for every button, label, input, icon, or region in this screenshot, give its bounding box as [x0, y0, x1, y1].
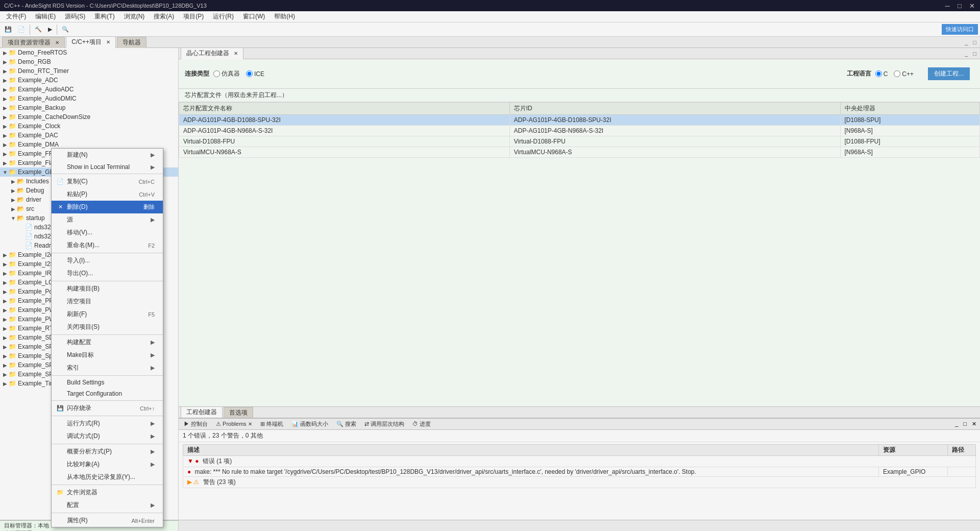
tab-cpp-close[interactable]: ✕: [106, 39, 110, 45]
maximize-button[interactable]: □: [955, 2, 964, 10]
tab-project-explorer-close[interactable]: ✕: [55, 40, 59, 45]
tree-item-demo-rtc[interactable]: ▶ 📁 Demo_RTC_Timer: [0, 66, 178, 76]
tab-preferences[interactable]: 首选项: [224, 407, 253, 418]
tree-item-example-cachedown[interactable]: ▶ 📁 Example_CacheDownSize: [0, 112, 178, 122]
toolbar-search[interactable]: 🔍: [59, 25, 71, 34]
tree-item-demo-rgb[interactable]: ▶ 📁 Demo_RGB: [0, 57, 178, 66]
cpp-radio-input[interactable]: [894, 70, 900, 77]
btn-search[interactable]: 🔍 搜索: [333, 420, 359, 428]
ctx-copy[interactable]: 📄 复制(C) Ctrl+C: [52, 175, 163, 188]
chip-panel-minimize-icon[interactable]: _: [963, 50, 969, 57]
menu-run[interactable]: 运行(R): [209, 11, 238, 22]
menu-project[interactable]: 项目(P): [179, 11, 208, 22]
tab-project-explorer[interactable]: 项目资源管理器 ✕: [2, 37, 65, 48]
menu-edit[interactable]: 编辑(E): [31, 11, 60, 22]
btn-problems[interactable]: ⚠ Problems ✕: [213, 420, 255, 428]
ctx-import[interactable]: 导入(I)...: [52, 254, 163, 267]
ctx-configure[interactable]: 配置 ▶: [52, 499, 163, 512]
ctx-build-config[interactable]: 构建配置 ▶: [52, 336, 163, 349]
tab-chip-creator[interactable]: 晶心工程创建器 ✕: [181, 48, 243, 59]
tab-project-creator[interactable]: 工程创建器: [181, 406, 223, 418]
tree-item-example-audiodmic[interactable]: ▶ 📁 Example_AudioDMIC: [0, 94, 178, 103]
btn-funcsize[interactable]: 📊 函数码大小: [288, 420, 331, 428]
table-row[interactable]: ADP-AG101P-4GB-N968A-S-32I ADP-AG101P-4G…: [179, 126, 980, 136]
ctx-refresh[interactable]: 刷新(F) F5: [52, 308, 163, 321]
btn-console[interactable]: ▶ 控制台: [181, 420, 211, 428]
menu-refactor[interactable]: 重构(T): [90, 11, 118, 22]
ctx-debug-as[interactable]: 调试方式(D) ▶: [52, 430, 163, 443]
quick-access-button[interactable]: 快速访问口: [942, 24, 978, 35]
error-group-row[interactable]: ▼ ● 错误 (1 项): [183, 456, 976, 467]
ctx-run-as[interactable]: 运行方式(R) ▶: [52, 417, 163, 430]
error-row[interactable]: ● make: *** No rule to make target '/cyg…: [183, 467, 976, 477]
ice-radio-input[interactable]: [246, 70, 253, 77]
ctx-build-settings[interactable]: Build Settings: [52, 377, 163, 388]
bottom-panel-close-icon[interactable]: ✕: [970, 420, 978, 428]
minimize-button[interactable]: ─: [943, 2, 951, 10]
btn-progress[interactable]: ⏱ 进度: [409, 420, 434, 428]
tree-item-example-adc[interactable]: ▶ 📁 Example_ADC: [0, 76, 178, 85]
ctx-new[interactable]: 新建(N) ▶: [52, 149, 163, 161]
ice-radio[interactable]: ICE: [246, 70, 264, 78]
ctx-export[interactable]: 导出(O)...: [52, 267, 163, 280]
panel-minimize-icon[interactable]: _: [963, 39, 969, 46]
ctx-build[interactable]: 构建项目(B): [52, 282, 163, 295]
tree-item-demo-frertos[interactable]: ▶ 📁 Demo_FreeRTOS: [0, 48, 178, 57]
toolbar-new[interactable]: 📄: [15, 25, 28, 34]
tab-chip-creator-close[interactable]: ✕: [234, 51, 238, 56]
tree-item-example-backup[interactable]: ▶ 📁 Example_Backup: [0, 103, 178, 112]
terminal-icon: ⊞: [260, 421, 265, 427]
ctx-restore-history[interactable]: 从本地历史记录复原(Y)...: [52, 471, 163, 484]
btn-terminal[interactable]: ⊞ 终端机: [257, 420, 286, 428]
ctx-target-config[interactable]: Target Configuration: [52, 388, 163, 399]
ctx-compare[interactable]: 比较对象(A) ▶: [52, 458, 163, 471]
warning-group-row[interactable]: ▶ ⚠ 警告 (23 项): [183, 477, 976, 488]
c-radio-input[interactable]: [875, 70, 882, 77]
ctx-paste[interactable]: 粘贴(P) Ctrl+V: [52, 188, 163, 201]
tab-cpp-project[interactable]: C/C++项目 ✕: [66, 36, 116, 48]
chip-panel: 连接类型 仿真器 ICE: [179, 59, 980, 418]
chip-panel-maximize-icon[interactable]: □: [971, 50, 978, 57]
ctx-profile[interactable]: 概要分析方式(P) ▶: [52, 445, 163, 458]
language-label: 工程语言: [847, 69, 871, 78]
menu-file[interactable]: 文件(F): [2, 11, 30, 22]
ctx-clean[interactable]: 清空项目: [52, 295, 163, 308]
ctx-rename[interactable]: 重命名(M)... F2: [52, 239, 163, 252]
cpp-radio[interactable]: C++: [894, 70, 914, 78]
problems-close-icon[interactable]: ✕: [248, 421, 252, 427]
menu-window[interactable]: 窗口(W): [239, 11, 269, 22]
tree-item-example-dac[interactable]: ▶ 📁 Example_DAC: [0, 131, 178, 140]
ctx-source[interactable]: 源 ▶: [52, 213, 163, 226]
table-row[interactable]: ADP-AG101P-4GB-D1088-SPU-32I ADP-AG101P-…: [179, 115, 980, 126]
tree-item-example-clock[interactable]: ▶ 📁 Example_Clock: [0, 122, 178, 131]
tab-navigator[interactable]: 导航器: [117, 37, 146, 48]
ctx-index[interactable]: 索引 ▶: [52, 361, 163, 374]
ctx-delete[interactable]: ✕ 删除(D) 删除: [52, 201, 163, 213]
menu-help[interactable]: 帮助(H): [270, 11, 299, 22]
ctx-flash-burn[interactable]: 💾 闪存烧录 Ctrl+↑: [52, 402, 163, 415]
simulator-radio[interactable]: 仿真器: [213, 69, 240, 78]
bottom-panel-maximize-icon[interactable]: □: [962, 420, 968, 428]
menu-source[interactable]: 源码(S): [61, 11, 89, 22]
panel-maximize-icon[interactable]: □: [971, 39, 978, 46]
ctx-show-local-terminal[interactable]: Show in Local Terminal ▶: [52, 161, 163, 173]
table-row[interactable]: Virtual-D1088-FPU Virtual-D1088-FPU [D10…: [179, 136, 980, 147]
close-button[interactable]: ✕: [968, 2, 976, 10]
c-radio[interactable]: C: [875, 70, 888, 78]
ctx-file-browser[interactable]: 📁 文件浏览器: [52, 486, 163, 499]
simulator-radio-input[interactable]: [213, 70, 220, 77]
ctx-properties[interactable]: 属性(R) Alt+Enter: [52, 514, 163, 527]
ctx-make-target[interactable]: Make目标 ▶: [52, 349, 163, 361]
bottom-panel-minimize-icon[interactable]: _: [953, 420, 960, 428]
table-row[interactable]: VirtualMCU-N968A-S VirtualMCU-N968A-S [N…: [179, 147, 980, 158]
ctx-close-project[interactable]: 关闭项目(S): [52, 321, 163, 333]
toolbar-save[interactable]: 💾: [2, 25, 14, 34]
tree-item-example-audioadc[interactable]: ▶ 📁 Example_AudioADC: [0, 85, 178, 94]
ctx-move[interactable]: 移动(V)...: [52, 226, 163, 239]
toolbar-build[interactable]: 🔨: [32, 25, 44, 34]
menu-browse[interactable]: 浏览(N): [120, 11, 149, 22]
menu-search[interactable]: 搜索(A): [150, 11, 178, 22]
toolbar-debug[interactable]: ▶: [45, 25, 55, 34]
btn-callhier[interactable]: ⇄ 调用层次结构: [361, 420, 407, 428]
create-project-button[interactable]: 创建工程...: [928, 67, 970, 80]
